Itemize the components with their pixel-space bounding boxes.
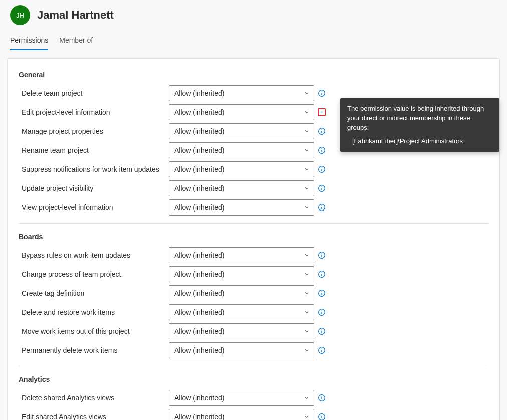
chevron-down-icon bbox=[304, 309, 310, 315]
svg-point-23 bbox=[321, 253, 322, 254]
permission-label: Create tag definition bbox=[19, 289, 169, 297]
permission-label: Delete team project bbox=[19, 89, 169, 97]
permission-label: Manage project properties bbox=[19, 127, 169, 135]
permission-select[interactable]: Allow (inherited) bbox=[169, 199, 314, 216]
info-icon[interactable] bbox=[318, 89, 326, 97]
permission-row: Create tag definitionAllow (inherited) bbox=[19, 284, 488, 303]
info-wrap bbox=[314, 270, 329, 278]
info-icon[interactable] bbox=[318, 184, 326, 192]
info-wrap bbox=[314, 289, 329, 297]
chevron-down-icon bbox=[304, 414, 310, 420]
permission-select[interactable]: Allow (inherited) bbox=[169, 161, 314, 177]
permission-select[interactable]: Allow (inherited) bbox=[169, 85, 314, 101]
permission-row: Edit shared Analytics viewsAllow (inheri… bbox=[19, 407, 488, 420]
section-title: Boards bbox=[19, 233, 488, 241]
permission-select[interactable]: Allow (inherited) bbox=[169, 142, 314, 158]
chevron-down-icon bbox=[304, 395, 310, 401]
info-icon[interactable] bbox=[318, 165, 326, 173]
permission-row: Update project visibilityAllow (inherite… bbox=[19, 179, 488, 198]
permission-select[interactable]: Allow (inherited) bbox=[169, 390, 314, 406]
permission-value: Allow (inherited) bbox=[174, 203, 224, 212]
tab-permissions[interactable]: Permissions bbox=[10, 36, 48, 50]
permission-value: Allow (inherited) bbox=[174, 89, 224, 97]
permission-row: View project-level informationAllow (inh… bbox=[19, 198, 488, 217]
info-tooltip: The permission value is being inherited … bbox=[340, 98, 499, 152]
info-wrap bbox=[314, 251, 329, 259]
permission-row: Delete and restore work itemsAllow (inhe… bbox=[19, 303, 488, 322]
permission-value: Allow (inherited) bbox=[174, 413, 224, 420]
permission-select[interactable]: Allow (inherited) bbox=[169, 409, 314, 420]
permission-select[interactable]: Allow (inherited) bbox=[169, 304, 314, 320]
user-name: Jamal Hartnett bbox=[37, 9, 114, 22]
permission-select[interactable]: Allow (inherited) bbox=[169, 104, 314, 120]
info-icon[interactable] bbox=[318, 108, 326, 116]
svg-point-8 bbox=[321, 129, 322, 130]
info-icon[interactable] bbox=[318, 251, 326, 259]
permission-value: Allow (inherited) bbox=[174, 165, 224, 173]
permission-label: Update project visibility bbox=[19, 184, 169, 192]
info-icon[interactable] bbox=[318, 308, 326, 316]
permission-select[interactable]: Allow (inherited) bbox=[169, 180, 314, 196]
chevron-down-icon bbox=[304, 328, 310, 334]
avatar-initials: JH bbox=[16, 12, 24, 19]
chevron-down-icon bbox=[304, 290, 310, 296]
section-divider bbox=[19, 366, 488, 366]
chevron-down-icon bbox=[304, 128, 310, 134]
tab-member-of[interactable]: Member of bbox=[59, 36, 93, 50]
permission-select[interactable]: Allow (inherited) bbox=[169, 123, 314, 139]
info-icon[interactable] bbox=[318, 394, 326, 402]
info-icon[interactable] bbox=[318, 346, 326, 354]
permission-value: Allow (inherited) bbox=[174, 394, 224, 402]
chevron-down-icon bbox=[304, 109, 310, 115]
permission-label: Change process of team project. bbox=[19, 270, 169, 278]
info-icon[interactable] bbox=[318, 327, 326, 335]
permission-select[interactable]: Allow (inherited) bbox=[169, 323, 314, 339]
section-divider bbox=[19, 223, 488, 224]
permission-label: Edit project-level information bbox=[19, 108, 169, 116]
permission-select[interactable]: Allow (inherited) bbox=[169, 285, 314, 301]
info-wrap bbox=[314, 413, 329, 420]
permission-label: Rename team project bbox=[19, 146, 169, 154]
svg-point-17 bbox=[321, 186, 322, 187]
avatar: JH bbox=[10, 5, 30, 25]
permission-value: Allow (inherited) bbox=[174, 289, 224, 297]
permissions-section: BoardsBypass rules on work item updatesA… bbox=[19, 233, 488, 366]
permission-label: Edit shared Analytics views bbox=[19, 413, 169, 420]
permissions-section: AnalyticsDelete shared Analytics viewsAl… bbox=[19, 375, 488, 420]
chevron-down-icon bbox=[304, 271, 310, 277]
info-icon[interactable] bbox=[318, 203, 326, 212]
info-icon[interactable] bbox=[318, 127, 326, 135]
permission-row: Delete shared Analytics viewsAllow (inhe… bbox=[19, 388, 488, 407]
permission-value: Allow (inherited) bbox=[174, 184, 224, 192]
permission-select[interactable]: Allow (inherited) bbox=[169, 342, 314, 358]
svg-point-41 bbox=[321, 396, 322, 396]
info-icon[interactable] bbox=[318, 289, 326, 297]
info-icon[interactable] bbox=[318, 146, 326, 154]
chevron-down-icon bbox=[304, 252, 310, 258]
info-icon[interactable] bbox=[318, 413, 326, 420]
permission-row: Change process of team project.Allow (in… bbox=[19, 265, 488, 284]
permission-value: Allow (inherited) bbox=[174, 108, 224, 116]
permission-value: Allow (inherited) bbox=[174, 308, 224, 316]
permission-label: View project-level information bbox=[19, 203, 169, 212]
tab-label: Permissions bbox=[10, 36, 48, 44]
chevron-down-icon bbox=[304, 204, 310, 211]
permission-label: Bypass rules on work item updates bbox=[19, 251, 169, 259]
chevron-down-icon bbox=[304, 166, 310, 172]
permission-label: Suppress notifications for work item upd… bbox=[19, 165, 169, 173]
tooltip-text: The permission value is being inherited … bbox=[347, 104, 492, 133]
svg-point-32 bbox=[321, 310, 322, 311]
info-icon[interactable] bbox=[318, 270, 326, 278]
permission-value: Allow (inherited) bbox=[174, 346, 224, 354]
info-wrap bbox=[314, 146, 329, 154]
permission-row: Permanently delete work itemsAllow (inhe… bbox=[19, 341, 488, 360]
permission-select[interactable]: Allow (inherited) bbox=[169, 247, 314, 263]
info-wrap bbox=[314, 346, 329, 354]
permission-value: Allow (inherited) bbox=[174, 251, 224, 259]
svg-point-38 bbox=[321, 348, 322, 349]
svg-point-44 bbox=[321, 415, 322, 415]
info-wrap bbox=[314, 203, 329, 212]
permission-select[interactable]: Allow (inherited) bbox=[169, 266, 314, 282]
permission-value: Allow (inherited) bbox=[174, 146, 224, 154]
svg-point-26 bbox=[321, 272, 322, 273]
